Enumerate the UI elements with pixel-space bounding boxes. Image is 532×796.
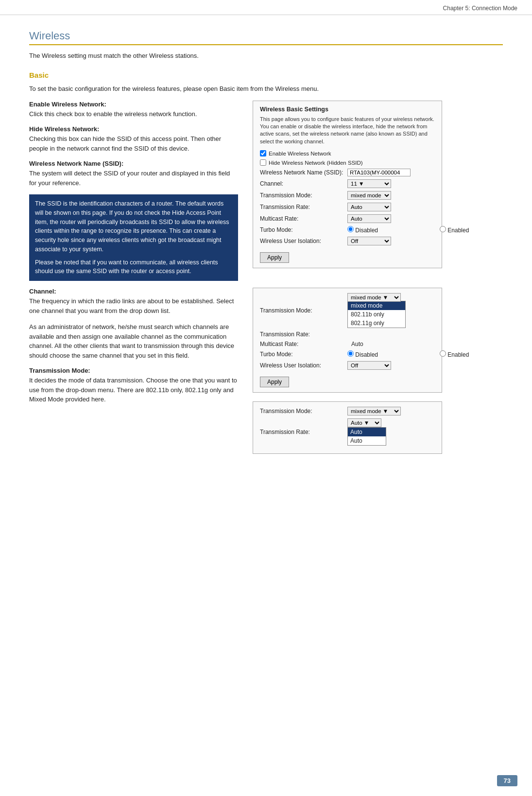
channel-select[interactable]: 11 ▼ <box>347 179 391 188</box>
highlight-box: The SSID is the identification character… <box>29 194 238 281</box>
auto-opt-2[interactable]: Auto <box>348 436 386 445</box>
multicast-rate-select[interactable]: Auto <box>347 214 391 223</box>
page-number: 73 <box>497 775 517 786</box>
lower-wireless-isolation-row: Wireless User Isolation: Off <box>260 361 435 370</box>
mixed-mode-option[interactable]: mixed mode <box>348 301 405 310</box>
802-11g-option[interactable]: 802.11g only <box>348 319 405 328</box>
lower-turbo-enabled-radio[interactable] <box>440 350 446 357</box>
lower-turbo-disabled-label[interactable]: Disabled <box>347 350 435 358</box>
lower-turbo-disabled-radio[interactable] <box>347 350 354 357</box>
channel-admin-desc: As an administrator of network, he/she m… <box>29 322 238 360</box>
auto-opt-1[interactable]: Auto <box>348 428 386 436</box>
highlight-text-1: The SSID is the identification character… <box>35 199 232 254</box>
lower-multicast-rate-label: Multicast Rate: <box>260 341 347 347</box>
apply-button-top[interactable]: Apply <box>260 252 289 263</box>
sub-intro: To set the basic configuration for the w… <box>29 84 503 94</box>
channel-label: Channel: <box>29 288 238 295</box>
channel-desc: The frequency in which the radio links a… <box>29 296 238 315</box>
channel-panel-label: Channel: <box>260 180 347 187</box>
auto-dropdown: Auto Auto <box>347 427 386 446</box>
enable-wireless-row[interactable]: Enable Wireless Network <box>260 150 435 156</box>
ssid-desc: The system will detect the SSID of your … <box>29 169 238 188</box>
right-column: Wireless Basic Settings This page allows… <box>253 101 503 463</box>
lower-turbo-enabled-label[interactable]: Enabled <box>440 350 527 358</box>
lower-transmission-mode-label: Transmission Mode: <box>260 307 347 314</box>
intro-text: The Wireless setting must match the othe… <box>29 52 503 59</box>
auto-dropdown-container: Auto ▼ Auto Auto <box>347 418 386 446</box>
apply-button-lower[interactable]: Apply <box>260 377 289 387</box>
enable-wireless-desc: Click this check box to enable the wirel… <box>29 109 238 119</box>
lower-turbo-radio-group: Disabled Enabled <box>347 350 527 358</box>
transmission-mode-panel-label: Transmission Mode: <box>260 192 347 199</box>
lower-turbo-mode-row: Turbo Mode: Disabled Enabled <box>260 350 435 358</box>
turbo-mode-panel-label: Turbo Mode: <box>260 226 347 233</box>
lower-wireless-isolation-select[interactable]: Off <box>347 361 391 370</box>
lower2-transmission-mode-label: Transmission Mode: <box>260 408 347 415</box>
highlight-text-2: Please be noted that if you want to comm… <box>35 258 232 277</box>
802-11b-option[interactable]: 802.11b only <box>348 310 405 319</box>
chapter-title: Chapter 5: Connection Mode <box>443 5 517 12</box>
lower2-transmission-rate-select[interactable]: Auto ▼ <box>347 418 381 427</box>
basic-subtitle: Basic <box>29 71 503 79</box>
hide-wireless-checkbox[interactable] <box>260 159 266 166</box>
ssid-label: Wireless Network Name (SSID): <box>29 160 238 167</box>
turbo-disabled-label[interactable]: Disabled <box>347 226 435 234</box>
multicast-rate-row: Multicast Rate: Auto <box>260 214 435 223</box>
wireless-basic-settings-panel: Wireless Basic Settings This page allows… <box>253 101 442 269</box>
lower2-transmission-mode-row: Transmission Mode: mixed mode ▼ <box>260 407 435 415</box>
turbo-enabled-label[interactable]: Enabled <box>440 226 527 234</box>
turbo-mode-row: Turbo Mode: Disabled Enabled <box>260 226 435 234</box>
lower2-transmission-rate-row: Transmission Rate: Auto ▼ Auto Auto <box>260 418 435 446</box>
hide-wireless-panel-label: Hide Wireless Network (Hidden SSID) <box>269 160 363 166</box>
panel-title: Wireless Basic Settings <box>260 106 435 113</box>
auto-value: Auto <box>351 341 363 347</box>
lower-turbo-mode-label: Turbo Mode: <box>260 351 347 358</box>
page-header: Chapter 5: Connection Mode <box>0 0 532 15</box>
hide-wireless-row[interactable]: Hide Wireless Network (Hidden SSID) <box>260 159 435 166</box>
enable-wireless-label: Enable Wireless Network: <box>29 101 238 108</box>
channel-row: Channel: 11 ▼ <box>260 179 435 188</box>
ssid-row: Wireless Network Name (SSID): <box>260 169 435 176</box>
ssid-input[interactable] <box>347 169 411 176</box>
hide-wireless-label: Hide Wireless Network: <box>29 125 238 133</box>
lower-transmission-mode-container: mixed mode ▼ mixed mode 802.11b only 802… <box>347 293 406 328</box>
panel-desc: This page allows you to configure basic … <box>260 116 435 146</box>
section-title: Wireless <box>29 30 503 45</box>
transmission-rate-row: Transmission Rate: Auto <box>260 203 435 211</box>
transmission-mode-row: Transmission Mode: mixed mode 802.11b on… <box>260 191 435 200</box>
turbo-disabled-radio[interactable] <box>347 226 354 232</box>
wireless-isolation-select[interactable]: Off On <box>347 237 391 245</box>
multicast-rate-panel-label: Multicast Rate: <box>260 215 347 222</box>
wireless-isolation-panel-label: Wireless User Isolation: <box>260 238 347 244</box>
wireless-isolation-row: Wireless User Isolation: Off On <box>260 237 435 245</box>
hide-wireless-desc: Checking this box can hide the SSID of t… <box>29 134 238 153</box>
ssid-panel-label: Wireless Network Name (SSID): <box>260 169 347 176</box>
transmission-mode-dropdown: mixed mode 802.11b only 802.11g only <box>347 301 406 328</box>
lower-transmission-rate-row: Transmission Rate: <box>260 331 435 338</box>
lower-transmission-mode-row: Transmission Mode: mixed mode ▼ mixed mo… <box>260 293 435 328</box>
lower2-transmission-mode-select[interactable]: mixed mode ▼ <box>347 407 401 415</box>
lower2-transmission-rate-label: Transmission Rate: <box>260 429 347 435</box>
lower-panel-2: Transmission Mode: mixed mode ▼ Transmis… <box>253 401 442 454</box>
transmission-mode-label: Transmission Mode: <box>29 367 238 374</box>
left-column: Enable Wireless Network: Click this chec… <box>29 101 238 463</box>
transmission-mode-select[interactable]: mixed mode 802.11b only 802.11g only <box>347 191 391 200</box>
enable-wireless-panel-label: Enable Wireless Network <box>269 151 331 156</box>
turbo-mode-radio-group: Disabled Enabled <box>347 226 527 234</box>
lower-transmission-rate-label: Transmission Rate: <box>260 331 347 338</box>
transmission-rate-panel-label: Transmission Rate: <box>260 204 347 210</box>
lower-wireless-isolation-label: Wireless User Isolation: <box>260 362 347 369</box>
turbo-enabled-radio[interactable] <box>440 226 446 232</box>
transmission-rate-select[interactable]: Auto <box>347 203 391 211</box>
transmission-mode-desc: It decides the mode of data transmission… <box>29 376 238 404</box>
lower-panel-1: Transmission Mode: mixed mode ▼ mixed mo… <box>253 288 442 393</box>
lower-multicast-rate-row: Multicast Rate: Auto <box>260 341 435 347</box>
lower-transmission-mode-select[interactable]: mixed mode ▼ <box>347 293 401 302</box>
enable-wireless-checkbox[interactable] <box>260 150 266 156</box>
